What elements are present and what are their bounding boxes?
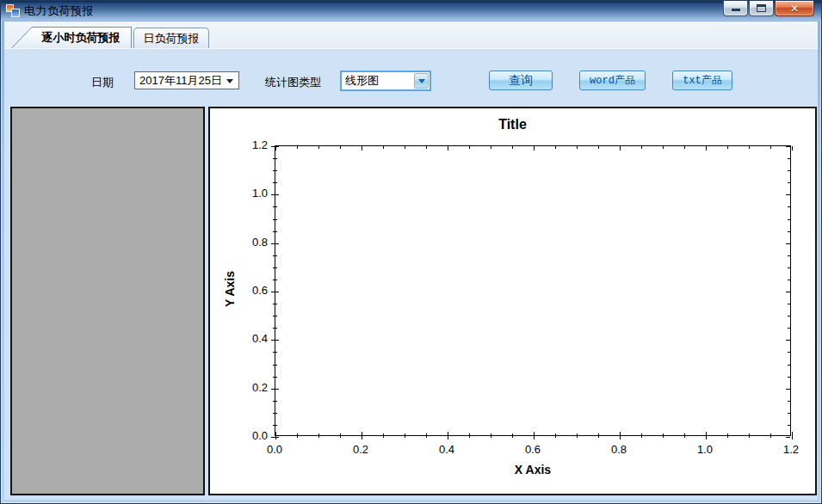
tick-mark (271, 243, 279, 244)
chart-panel: Title Y Axis X Axis 0.00.20.40.60.81.01.… (208, 107, 817, 495)
tick-mark (297, 146, 298, 149)
tick-mark (273, 182, 277, 183)
left-panel (10, 107, 205, 495)
tick-mark (340, 146, 341, 149)
tick-label: 0.4 (233, 332, 268, 345)
tick-mark (426, 146, 427, 149)
minimize-button[interactable] (723, 1, 748, 16)
tick-mark (598, 433, 599, 438)
tab-page-hourly: 日期 2017年11月25日 统计图类型 线形图 查询 word产品 txt产品… (4, 48, 818, 500)
tick-mark (273, 206, 277, 207)
tick-mark (786, 292, 790, 292)
tick-mark (788, 170, 790, 171)
date-picker-arrow-icon (226, 79, 233, 83)
tick-mark (641, 146, 642, 149)
tick-mark (512, 146, 513, 149)
x-axis-label: X Axis (275, 463, 791, 476)
chart-type-select[interactable]: 线形图 (340, 71, 431, 91)
tick-mark (273, 352, 277, 353)
tick-mark (273, 158, 277, 159)
tick-mark (297, 433, 298, 438)
tick-mark (770, 433, 771, 438)
query-button[interactable]: 查询 (489, 71, 553, 90)
tick-mark (786, 194, 790, 195)
tick-mark (271, 389, 279, 390)
tick-mark (788, 401, 790, 402)
tick-mark (273, 365, 277, 366)
tick-mark (469, 146, 470, 149)
tick-mark (271, 340, 279, 341)
tick-mark (273, 231, 277, 232)
tick-mark (273, 280, 277, 280)
tick-mark (788, 280, 790, 280)
plot-area (275, 145, 791, 436)
tick-mark (273, 401, 277, 402)
chart-title: Title (210, 117, 815, 132)
tick-mark (706, 146, 707, 151)
minimize-icon (732, 9, 740, 11)
tick-mark (340, 433, 341, 438)
tick-mark (786, 340, 790, 341)
tick-mark (788, 255, 790, 256)
titlebar: 电力负荷预报 (1, 1, 821, 21)
date-label: 日期 (91, 75, 114, 90)
tick-mark (788, 206, 790, 207)
tick-label: 0.6 (516, 443, 550, 456)
tick-mark (788, 413, 790, 414)
app-icon (6, 4, 20, 17)
tick-mark (663, 146, 664, 149)
tick-label: 0.4 (430, 443, 464, 456)
tick-mark (749, 433, 750, 438)
tick-mark (786, 243, 790, 244)
tick-mark (684, 146, 685, 149)
tick-mark (788, 377, 790, 378)
tab-hourly-forecast[interactable]: 逐小时负荷预报 (11, 27, 132, 48)
tick-mark (534, 146, 535, 151)
chart-type-value: 线形图 (342, 72, 413, 89)
tick-mark (318, 433, 319, 438)
tick-mark (788, 219, 790, 220)
window-controls: ✕ (723, 1, 814, 16)
tick-mark (273, 219, 277, 220)
tick-label: 0.2 (233, 381, 268, 394)
tick-mark (792, 146, 793, 151)
tick-mark (663, 433, 664, 438)
chart-type-dropdown-button[interactable] (414, 73, 429, 89)
tick-label: 1.2 (233, 138, 268, 151)
tick-mark (684, 433, 685, 438)
tick-mark (788, 267, 790, 268)
maximize-button[interactable] (749, 1, 774, 16)
tick-mark (788, 158, 790, 159)
tick-mark (577, 146, 578, 149)
tick-mark (555, 433, 556, 438)
tick-mark (788, 425, 790, 426)
tab-daily-forecast[interactable]: 日负荷预报 (133, 28, 209, 48)
tick-label: 1.0 (233, 187, 268, 200)
tick-mark (448, 146, 448, 151)
tick-mark (788, 316, 790, 317)
close-button[interactable]: ✕ (775, 1, 814, 16)
tick-mark (273, 316, 277, 317)
tick-mark (273, 328, 277, 329)
tick-mark (405, 146, 405, 149)
tick-label: 1.2 (774, 443, 808, 456)
tick-mark (273, 377, 277, 378)
tick-mark (555, 146, 556, 149)
date-picker[interactable]: 2017年11月25日 (134, 71, 239, 89)
tab-daily-label: 日负荷预报 (144, 31, 200, 46)
tick-mark (273, 425, 277, 426)
tick-label: 0.0 (257, 443, 292, 456)
tick-label: 1.0 (688, 443, 722, 456)
tick-mark (598, 146, 599, 149)
tick-mark (273, 304, 277, 304)
app-icon-front-square (11, 9, 20, 17)
tick-mark (620, 146, 621, 151)
tick-mark (727, 146, 728, 149)
tick-mark (383, 433, 384, 438)
txt-export-button[interactable]: txt产品 (672, 71, 732, 90)
date-picker-value: 2017年11月25日 (139, 73, 222, 89)
tab-hourly-label: 逐小时负荷预报 (34, 27, 128, 48)
word-export-button[interactable]: word产品 (579, 71, 646, 90)
tick-mark (788, 182, 790, 183)
tick-mark (512, 433, 513, 438)
